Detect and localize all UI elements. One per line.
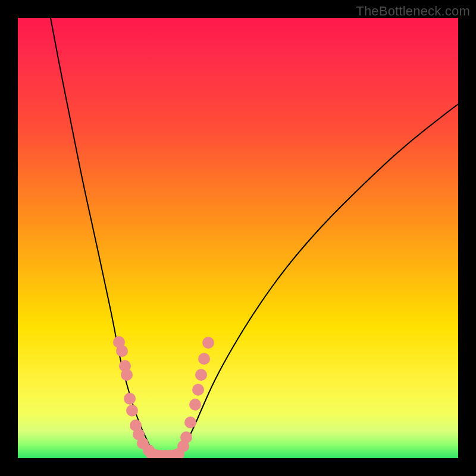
highlight-dot (121, 369, 133, 381)
curve-left-arm (51, 18, 155, 458)
watermark-text: TheBottleneck.com (356, 4, 470, 19)
highlight-dot (192, 384, 204, 396)
chart-svg (18, 18, 458, 458)
highlight-dot (195, 369, 207, 381)
plot-area (18, 18, 458, 458)
highlight-dot (184, 416, 196, 428)
highlight-dot (198, 353, 210, 365)
chart-frame: TheBottleneck.com (0, 0, 476, 476)
highlight-dot (116, 345, 128, 357)
highlight-dots (113, 336, 214, 458)
highlight-dot (189, 399, 201, 411)
curve-right-arm (178, 104, 458, 458)
highlight-dot (126, 405, 138, 416)
highlight-dot (124, 393, 136, 405)
highlight-dot (180, 431, 192, 443)
highlight-dot (202, 337, 214, 349)
